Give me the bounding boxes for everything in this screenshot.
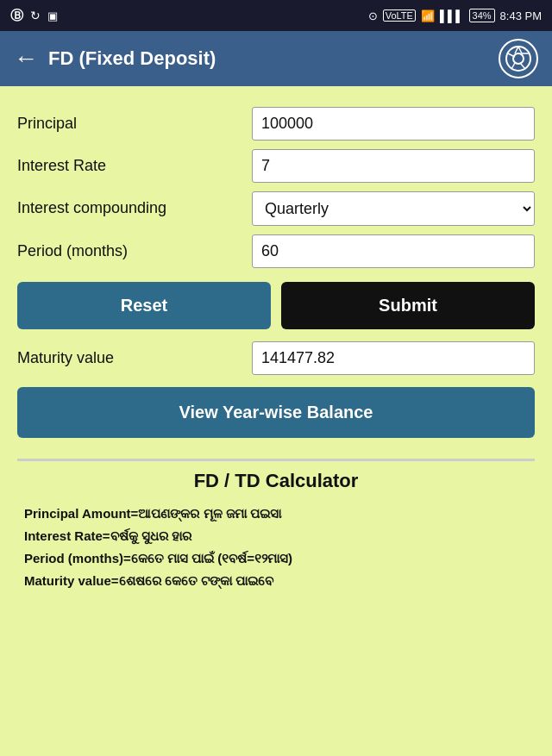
status-right: ⊙ VoLTE 📶 ▌▌▌ 34% 8:43 PM <box>368 9 542 22</box>
maturity-value: 141477.82 <box>252 341 535 375</box>
status-bar: Ⓑ ↻ ▣ ⊙ VoLTE 📶 ▌▌▌ 34% 8:43 PM <box>0 0 552 31</box>
interest-rate-row: Interest Rate <box>17 149 535 183</box>
principal-input[interactable] <box>252 107 535 141</box>
action-buttons: Reset Submit <box>17 282 535 329</box>
period-label: Period (months) <box>17 241 242 261</box>
info-item-1: Interest Rate=ବର୍ଷକୁ ସୁଧର ହାର <box>24 527 528 545</box>
icon-arrow: ↻ <box>30 9 41 22</box>
status-left-icons: Ⓑ ↻ ▣ <box>10 8 58 24</box>
reset-button[interactable]: Reset <box>17 282 271 329</box>
divider <box>17 459 535 461</box>
compounding-select[interactable]: Quarterly Monthly Annually Half-Yearly <box>252 191 535 226</box>
info-item-3: Maturity value=ଶେଷରେ କେତେ ଟଙ୍କା ପାଇବେ <box>24 572 528 590</box>
back-button[interactable]: ← <box>14 45 38 72</box>
app-logo <box>499 39 538 78</box>
icon-box: ▣ <box>47 9 58 22</box>
icon-b: Ⓑ <box>10 8 23 24</box>
signal-icon: 📶 <box>421 9 435 22</box>
maturity-row: Maturity value 141477.82 <box>17 341 535 375</box>
svg-point-0 <box>506 47 530 71</box>
svg-line-4 <box>520 63 525 69</box>
svg-line-5 <box>511 63 515 69</box>
interest-rate-input[interactable] <box>252 149 535 183</box>
info-title: FD / TD Calculator <box>24 470 528 492</box>
signal-icon2: ▌▌▌ <box>440 9 464 22</box>
volte-label: VoLTE <box>383 9 416 22</box>
principal-label: Principal <box>17 114 242 134</box>
time-display: 8:43 PM <box>500 9 542 22</box>
camera-aperture-icon <box>505 45 532 72</box>
header-title: FD (Fixed Deposit) <box>48 47 488 70</box>
compounding-row: Interest compounding Quarterly Monthly A… <box>17 191 535 226</box>
period-row: Period (months) <box>17 234 535 268</box>
header: ← FD (Fixed Deposit) <box>0 31 552 86</box>
info-section: FD / TD Calculator Principal Amount=ଆପଣଙ… <box>17 470 535 608</box>
main-content: Principal Interest Rate Interest compoun… <box>0 86 552 756</box>
svg-point-1 <box>513 53 524 64</box>
interest-rate-label: Interest Rate <box>17 156 242 176</box>
compounding-label: Interest compounding <box>17 198 242 218</box>
submit-button[interactable]: Submit <box>281 282 535 329</box>
info-item-2: Period (months)=କେତେ ମାସ ପାଇଁ (୧ବର୍ଷ=୧୨ମ… <box>24 549 528 567</box>
principal-row: Principal <box>17 107 535 141</box>
location-icon: ⊙ <box>368 9 378 22</box>
battery-icon: 34% <box>469 9 495 22</box>
info-item-0: Principal Amount=ଆପଣଙ୍କର ମୂଳ ଜମା ପଇସା <box>24 504 528 522</box>
view-balance-button[interactable]: View Year-wise Balance <box>17 387 535 438</box>
maturity-label: Maturity value <box>17 349 242 367</box>
period-input[interactable] <box>252 234 535 268</box>
